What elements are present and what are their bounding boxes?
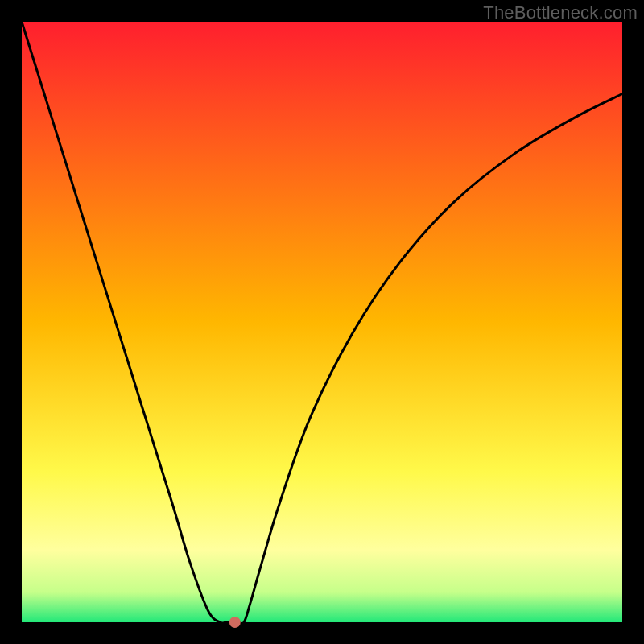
optimum-marker <box>229 617 241 628</box>
chart-container: TheBottleneck.com <box>0 0 644 644</box>
watermark-label: TheBottleneck.com <box>483 2 638 23</box>
gradient-background <box>22 22 622 622</box>
bottleneck-chart <box>0 0 644 644</box>
